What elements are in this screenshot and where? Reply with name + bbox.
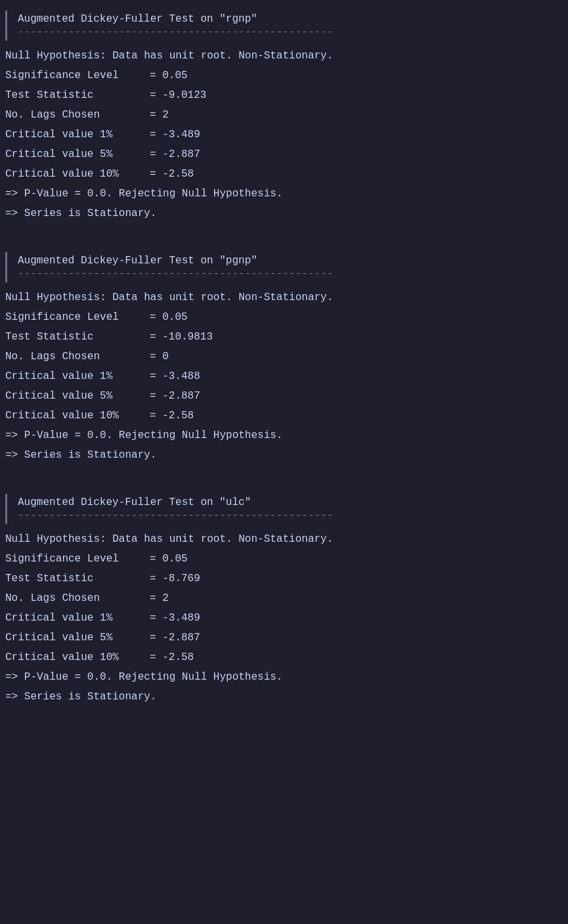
field-label-pgnp-2: No. Lags Chosen — [5, 349, 150, 364]
field-label-rgnp-3: Critical value 1% — [5, 127, 150, 143]
field-line-ulc-5: Critical value 10%= -2.58 — [5, 648, 563, 667]
field-label-ulc-3: Critical value 1% — [5, 610, 150, 626]
test-divider-rgnp: ----------------------------------------… — [18, 26, 563, 41]
conclusion-rgnp-0: => P-Value = 0.0. Rejecting Null Hypothe… — [5, 184, 563, 204]
field-label-pgnp-4: Critical value 5% — [5, 388, 150, 404]
conclusion-ulc-0: => P-Value = 0.0. Rejecting Null Hypothe… — [5, 667, 563, 687]
field-line-rgnp-2: No. Lags Chosen= 2 — [5, 105, 563, 125]
field-line-pgnp-3: Critical value 1%= -3.488 — [5, 366, 563, 386]
field-label-rgnp-2: No. Lags Chosen — [5, 107, 150, 123]
field-line-pgnp-2: No. Lags Chosen= 0 — [5, 347, 563, 366]
test-divider-ulc: ----------------------------------------… — [18, 510, 563, 524]
conclusion-pgnp-1: => Series is Stationary. — [5, 445, 563, 465]
test-header-rgnp: Augmented Dickey-Fuller Test on "rgnp"--… — [5, 11, 563, 41]
field-label-ulc-2: No. Lags Chosen — [5, 590, 150, 606]
null-hypothesis-ulc: Null Hypothesis: Data has unit root. Non… — [5, 529, 563, 549]
field-value-rgnp-3: = -3.489 — [150, 127, 200, 143]
field-line-rgnp-5: Critical value 10%= -2.58 — [5, 164, 563, 184]
field-value-pgnp-0: = 0.05 — [150, 309, 188, 325]
field-line-rgnp-0: Significance Level= 0.05 — [5, 66, 563, 85]
field-value-rgnp-1: = -9.0123 — [150, 87, 206, 103]
field-line-rgnp-1: Test Statistic= -9.0123 — [5, 85, 563, 105]
null-hypothesis-rgnp: Null Hypothesis: Data has unit root. Non… — [5, 46, 563, 66]
test-divider-pgnp: ----------------------------------------… — [18, 268, 563, 282]
field-label-pgnp-3: Critical value 1% — [5, 368, 150, 384]
test-title-ulc: Augmented Dickey-Fuller Test on "ulc" — [18, 494, 563, 510]
field-line-pgnp-1: Test Statistic= -10.9813 — [5, 327, 563, 347]
field-label-rgnp-1: Test Statistic — [5, 87, 150, 103]
output-container: Augmented Dickey-Fuller Test on "rgnp"--… — [5, 11, 563, 736]
test-header-ulc: Augmented Dickey-Fuller Test on "ulc"---… — [5, 494, 563, 524]
field-value-pgnp-1: = -10.9813 — [150, 329, 213, 345]
field-label-ulc-1: Test Statistic — [5, 571, 150, 586]
field-label-ulc-4: Critical value 5% — [5, 630, 150, 646]
conclusion-rgnp-1: => Series is Stationary. — [5, 204, 563, 223]
test-body-rgnp: Null Hypothesis: Data has unit root. Non… — [5, 43, 563, 226]
field-value-ulc-0: = 0.05 — [150, 551, 188, 567]
test-block-ulc: Augmented Dickey-Fuller Test on "ulc"---… — [5, 494, 563, 709]
field-line-ulc-3: Critical value 1%= -3.489 — [5, 608, 563, 628]
field-value-ulc-1: = -8.769 — [150, 571, 200, 586]
field-line-rgnp-4: Critical value 5%= -2.887 — [5, 144, 563, 164]
field-value-ulc-2: = 2 — [150, 590, 169, 606]
conclusion-pgnp-0: => P-Value = 0.0. Rejecting Null Hypothe… — [5, 426, 563, 445]
field-value-rgnp-0: = 0.05 — [150, 68, 188, 83]
test-body-ulc: Null Hypothesis: Data has unit root. Non… — [5, 527, 563, 709]
field-line-pgnp-5: Critical value 10%= -2.58 — [5, 406, 563, 426]
test-body-pgnp: Null Hypothesis: Data has unit root. Non… — [5, 285, 563, 468]
field-value-pgnp-3: = -3.488 — [150, 368, 200, 384]
field-label-pgnp-5: Critical value 10% — [5, 408, 150, 424]
null-hypothesis-pgnp: Null Hypothesis: Data has unit root. Non… — [5, 288, 563, 307]
field-label-rgnp-4: Critical value 5% — [5, 146, 150, 162]
field-value-pgnp-5: = -2.58 — [150, 408, 194, 424]
field-line-ulc-0: Significance Level= 0.05 — [5, 549, 563, 569]
field-label-ulc-0: Significance Level — [5, 551, 150, 567]
field-value-ulc-5: = -2.58 — [150, 649, 194, 665]
field-line-rgnp-3: Critical value 1%= -3.489 — [5, 125, 563, 144]
field-label-rgnp-5: Critical value 10% — [5, 166, 150, 182]
field-value-pgnp-2: = 0 — [150, 349, 169, 364]
test-header-pgnp: Augmented Dickey-Fuller Test on "pgnp"--… — [5, 252, 563, 282]
field-value-rgnp-2: = 2 — [150, 107, 169, 123]
field-value-ulc-3: = -3.489 — [150, 610, 200, 626]
field-value-rgnp-5: = -2.58 — [150, 166, 194, 182]
field-label-ulc-5: Critical value 10% — [5, 649, 150, 665]
field-label-rgnp-0: Significance Level — [5, 68, 150, 83]
field-label-pgnp-0: Significance Level — [5, 309, 150, 325]
test-title-rgnp: Augmented Dickey-Fuller Test on "rgnp" — [18, 11, 563, 26]
field-line-pgnp-4: Critical value 5%= -2.887 — [5, 386, 563, 406]
test-block-rgnp: Augmented Dickey-Fuller Test on "rgnp"--… — [5, 11, 563, 226]
field-value-pgnp-4: = -2.887 — [150, 388, 200, 404]
conclusion-ulc-1: => Series is Stationary. — [5, 687, 563, 707]
test-block-pgnp: Augmented Dickey-Fuller Test on "pgnp"--… — [5, 252, 563, 468]
field-label-pgnp-1: Test Statistic — [5, 329, 150, 345]
test-title-pgnp: Augmented Dickey-Fuller Test on "pgnp" — [18, 252, 563, 268]
field-value-rgnp-4: = -2.887 — [150, 146, 200, 162]
field-line-ulc-1: Test Statistic= -8.769 — [5, 569, 563, 588]
field-line-ulc-2: No. Lags Chosen= 2 — [5, 588, 563, 608]
field-line-ulc-4: Critical value 5%= -2.887 — [5, 628, 563, 648]
field-line-pgnp-0: Significance Level= 0.05 — [5, 307, 563, 327]
field-value-ulc-4: = -2.887 — [150, 630, 200, 646]
